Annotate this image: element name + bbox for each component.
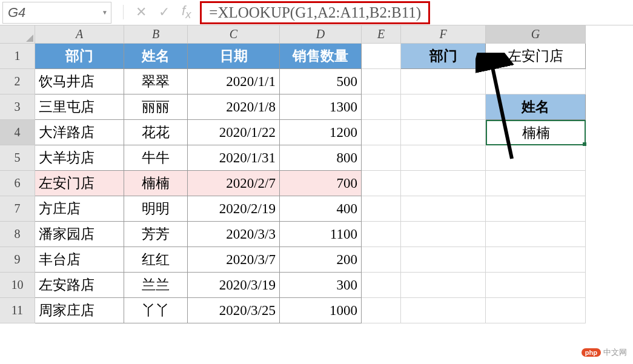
col-header-G[interactable]: G: [486, 25, 586, 44]
cell-G7[interactable]: [486, 196, 586, 222]
cell-A2[interactable]: 饮马井店: [35, 69, 124, 94]
cell-G9[interactable]: [486, 247, 586, 273]
cell-B1[interactable]: 姓名: [124, 44, 188, 69]
cell-B10[interactable]: 兰兰: [124, 273, 188, 298]
cell-F4[interactable]: [401, 120, 486, 145]
cell-B4[interactable]: 花花: [124, 120, 188, 145]
cell-F1[interactable]: 部门: [401, 44, 486, 69]
row-header-11[interactable]: 11: [0, 298, 35, 323]
cell-E2[interactable]: [362, 69, 401, 94]
cell-G4-selected[interactable]: 楠楠: [486, 120, 586, 145]
cell-B3[interactable]: 丽丽: [124, 94, 188, 120]
cell-G10[interactable]: [486, 273, 586, 298]
cell-F10[interactable]: [401, 273, 486, 298]
cell-D1[interactable]: 销售数量: [280, 44, 362, 69]
cell-A8[interactable]: 潘家园店: [35, 222, 124, 247]
cell-D8[interactable]: 1100: [280, 222, 362, 247]
row-header-1[interactable]: 1: [0, 44, 35, 69]
cell-E8[interactable]: [362, 222, 401, 247]
col-header-D[interactable]: D: [280, 25, 362, 44]
cell-B7[interactable]: 明明: [124, 196, 188, 222]
cell-D5[interactable]: 800: [280, 145, 362, 171]
select-all-corner[interactable]: [0, 25, 35, 44]
cell-A3[interactable]: 三里屯店: [35, 94, 124, 120]
row-header-6[interactable]: 6: [0, 171, 35, 196]
row-header-3[interactable]: 3: [0, 94, 35, 120]
cell-E5[interactable]: [362, 145, 401, 171]
cell-F7[interactable]: [401, 196, 486, 222]
cell-F6[interactable]: [401, 171, 486, 196]
cell-E4[interactable]: [362, 120, 401, 145]
cell-F11[interactable]: [401, 298, 486, 323]
cell-A4[interactable]: 大洋路店: [35, 120, 124, 145]
cell-C8[interactable]: 2020/3/3: [188, 222, 280, 247]
cell-A6[interactable]: 左安门店: [35, 171, 124, 196]
cell-E11[interactable]: [362, 298, 401, 323]
cancel-icon[interactable]: ✕: [136, 4, 147, 20]
cell-C1[interactable]: 日期: [188, 44, 280, 69]
fx-icon[interactable]: fx: [182, 3, 191, 21]
cell-E6[interactable]: [362, 171, 401, 196]
cell-D10[interactable]: 300: [280, 273, 362, 298]
cell-D7[interactable]: 400: [280, 196, 362, 222]
col-header-B[interactable]: B: [124, 25, 188, 44]
cell-E9[interactable]: [362, 247, 401, 273]
cell-B8[interactable]: 芳芳: [124, 222, 188, 247]
cell-C2[interactable]: 2020/1/1: [188, 69, 280, 94]
name-box-dropdown-icon[interactable]: ▼: [102, 9, 108, 16]
cell-C7[interactable]: 2020/2/19: [188, 196, 280, 222]
name-box[interactable]: G4 ▼: [2, 2, 111, 24]
cell-C5[interactable]: 2020/1/31: [188, 145, 280, 171]
row-header-4[interactable]: 4: [0, 120, 35, 145]
cell-E1[interactable]: [362, 44, 401, 69]
cell-G3[interactable]: 姓名: [486, 94, 586, 120]
row-header-10[interactable]: 10: [0, 273, 35, 298]
cell-D2[interactable]: 500: [280, 69, 362, 94]
cell-A9[interactable]: 丰台店: [35, 247, 124, 273]
cell-G11[interactable]: [486, 298, 586, 323]
cell-G8[interactable]: [486, 222, 586, 247]
cell-A5[interactable]: 大羊坊店: [35, 145, 124, 171]
row-header-7[interactable]: 7: [0, 196, 35, 222]
cell-C4[interactable]: 2020/1/22: [188, 120, 280, 145]
cell-E7[interactable]: [362, 196, 401, 222]
cell-D6[interactable]: 700: [280, 171, 362, 196]
row-header-9[interactable]: 9: [0, 247, 35, 273]
col-header-C[interactable]: C: [188, 25, 280, 44]
cell-E10[interactable]: [362, 273, 401, 298]
cell-D3[interactable]: 1300: [280, 94, 362, 120]
cell-G6[interactable]: [486, 171, 586, 196]
cell-F3[interactable]: [401, 94, 486, 120]
cell-C3[interactable]: 2020/1/8: [188, 94, 280, 120]
cell-F8[interactable]: [401, 222, 486, 247]
cell-B11[interactable]: 丫丫: [124, 298, 188, 323]
cell-B2[interactable]: 翠翠: [124, 69, 188, 94]
col-header-F[interactable]: F: [401, 25, 486, 44]
col-header-E[interactable]: E: [362, 25, 401, 44]
cell-A7[interactable]: 方庄店: [35, 196, 124, 222]
cell-C11[interactable]: 2020/3/25: [188, 298, 280, 323]
enter-icon[interactable]: ✓: [159, 4, 170, 20]
row-header-5[interactable]: 5: [0, 145, 35, 171]
cell-A11[interactable]: 周家庄店: [35, 298, 124, 323]
cell-D4[interactable]: 1200: [280, 120, 362, 145]
cell-E3[interactable]: [362, 94, 401, 120]
cell-F5[interactable]: [401, 145, 486, 171]
cell-D11[interactable]: 1000: [280, 298, 362, 323]
row-header-2[interactable]: 2: [0, 69, 35, 94]
cell-G2[interactable]: [486, 69, 586, 94]
cell-C9[interactable]: 2020/3/7: [188, 247, 280, 273]
cell-G1[interactable]: 左安门店: [486, 44, 586, 69]
cell-A10[interactable]: 左安路店: [35, 273, 124, 298]
cell-D9[interactable]: 200: [280, 247, 362, 273]
cell-B9[interactable]: 红红: [124, 247, 188, 273]
cell-C10[interactable]: 2020/3/19: [188, 273, 280, 298]
row-header-8[interactable]: 8: [0, 222, 35, 247]
cell-B5[interactable]: 牛牛: [124, 145, 188, 171]
cell-B6[interactable]: 楠楠: [124, 171, 188, 196]
col-header-A[interactable]: A: [35, 25, 124, 44]
cell-G5[interactable]: [486, 145, 586, 171]
cell-A1[interactable]: 部门: [35, 44, 124, 69]
formula-input-area[interactable]: =XLOOKUP(G1,A2:A11,B2:B11): [200, 1, 633, 24]
cell-F2[interactable]: [401, 69, 486, 94]
